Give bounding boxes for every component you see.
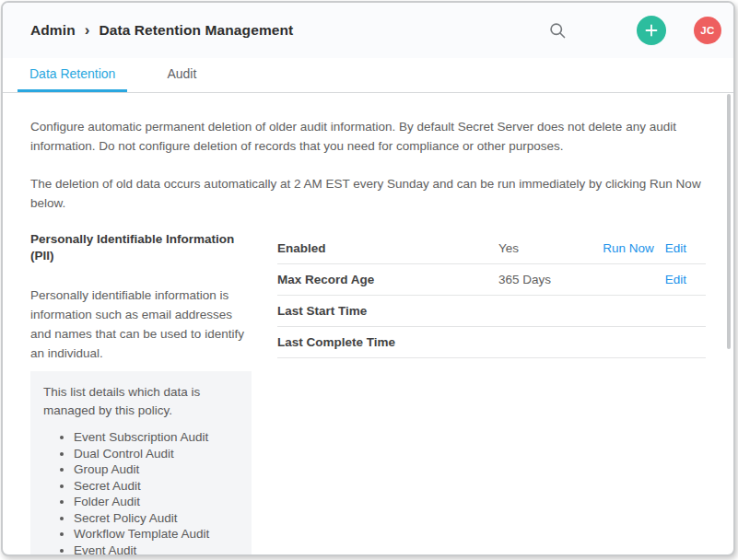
row-label: Last Start Time [277,304,498,318]
managed-data-item: Secret Audit [74,478,239,495]
plus-icon [644,23,659,38]
breadcrumb-admin[interactable]: Admin [30,22,76,39]
chevron-right-icon: › [85,22,90,40]
settings-table: EnabledYesRun NowEditMax Record Age365 D… [277,233,706,358]
page-header: Admin › Data Retention Management JC [3,3,733,58]
app-window: Admin › Data Retention Management JC Dat… [1,1,735,556]
tab-data-retention[interactable]: Data Retention [18,58,127,92]
header-actions: JC [548,16,721,45]
settings-row-enabled: EnabledYesRun NowEdit [277,233,706,264]
managed-data-list: Event Subscription AuditDual Control Aud… [43,429,239,556]
intro-paragraph-2: The deletion of old data occurs automati… [30,174,706,213]
row-label: Max Record Age [277,273,498,286]
managed-data-item: Dual Control Audit [74,446,239,462]
managed-data-item: Secret Policy Audit [74,510,239,527]
row-actions: Run NowEdit [603,241,706,255]
tab-audit[interactable]: Audit [155,58,208,92]
breadcrumb: Admin › Data Retention Management [30,22,548,40]
policy-panel: Personally Identifiable Information (PII… [30,231,252,556]
managed-data-item: Group Audit [74,461,239,478]
settings-row-max-record-age: Max Record Age365 DaysEdit [277,264,706,296]
managed-data-item: Event Audit [74,542,239,557]
policy-title: Personally Identifiable Information (PII… [30,231,252,264]
columns: Personally Identifiable Information (PII… [30,231,706,556]
main-content: Configure automatic permanent deletion o… [3,93,733,556]
tab-bar: Data RetentionAudit [3,58,733,93]
managed-data-item: Workflow Template Audit [74,526,239,542]
run-now-link[interactable]: Run Now [603,241,654,255]
row-actions: Edit [665,273,706,286]
policy-description: Personally identifiable information is i… [30,286,252,363]
edit-link[interactable]: Edit [665,273,686,286]
settings-row-last-start-time: Last Start Time [277,296,706,327]
breadcrumb-current page-title: Data Retention Management [99,22,293,39]
add-button[interactable] [637,16,666,45]
avatar[interactable]: JC [694,17,721,44]
edit-link[interactable]: Edit [665,241,686,255]
row-value: Yes [498,241,603,255]
row-label: Enabled [277,241,498,255]
managed-data-intro: This list details which data is managed … [43,383,239,420]
search-icon[interactable] [548,21,567,40]
scrollbar-thumb[interactable] [727,94,731,349]
row-label: Last Complete Time [277,335,498,349]
row-value: 365 Days [498,273,665,286]
managed-data-item: Event Subscription Audit [74,429,239,446]
apps-grid-icon[interactable] [594,23,609,38]
managed-data-box: This list details which data is managed … [30,371,252,556]
intro-paragraph-1: Configure automatic permanent deletion o… [30,117,706,156]
settings-row-last-complete-time: Last Complete Time [277,327,706,358]
managed-data-item: Folder Audit [74,494,239,510]
